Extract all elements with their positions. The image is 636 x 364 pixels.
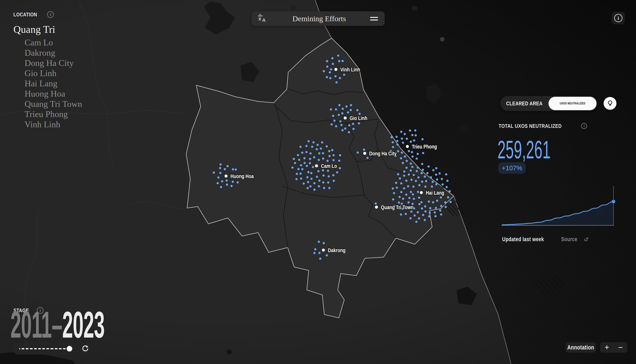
uxo-dot bbox=[318, 152, 320, 154]
uxo-dot bbox=[301, 152, 303, 154]
cluster-label: Cam Lo bbox=[321, 163, 337, 169]
uxo-dot bbox=[339, 120, 341, 122]
uxo-dot bbox=[399, 177, 401, 180]
uxo-dot bbox=[232, 168, 234, 170]
district-item[interactable]: Cam Lo bbox=[25, 38, 82, 48]
district-item[interactable]: Gio Linh bbox=[25, 68, 82, 78]
stage-slider[interactable] bbox=[14, 343, 75, 354]
uxo-dot bbox=[418, 196, 420, 199]
district-item[interactable]: Dakrong bbox=[25, 48, 82, 58]
uxo-dot bbox=[395, 182, 397, 184]
slider-tick bbox=[57, 348, 59, 350]
uxo-dot bbox=[332, 63, 334, 65]
uxo-dot bbox=[297, 154, 299, 156]
district-item[interactable]: Hai Lang bbox=[25, 78, 82, 88]
cluster-center-dot[interactable] bbox=[225, 174, 228, 178]
uxo-dot bbox=[411, 134, 413, 136]
cluster-center-dot[interactable] bbox=[406, 145, 409, 148]
slider-thumb[interactable] bbox=[67, 346, 72, 352]
uxo-dot bbox=[411, 156, 414, 158]
updated-text: Updated last week bbox=[502, 236, 544, 243]
uxo-dot bbox=[405, 180, 408, 182]
uxo-dot bbox=[414, 129, 416, 132]
uxo-dot bbox=[318, 159, 320, 161]
replay-button[interactable] bbox=[80, 343, 91, 354]
uxo-dot bbox=[408, 174, 410, 176]
uxo-dot bbox=[348, 124, 350, 126]
uxo-dot bbox=[350, 104, 352, 106]
uxo-dot bbox=[363, 149, 365, 151]
uxo-dot bbox=[445, 206, 447, 208]
cluster-center-dot[interactable] bbox=[363, 152, 366, 155]
uxo-dot bbox=[220, 164, 222, 166]
uxo-dot bbox=[405, 213, 407, 215]
uxo-dot bbox=[323, 70, 325, 72]
cluster-center-dot[interactable] bbox=[375, 206, 378, 208]
uxo-dot bbox=[344, 128, 346, 130]
uxo-dot bbox=[412, 186, 415, 188]
app-window: Vinh LinhGio LinhTrieu PhongDong Ha City… bbox=[0, 0, 636, 364]
zoom-out-button[interactable]: − bbox=[614, 344, 627, 351]
uxo-dot bbox=[434, 212, 436, 214]
uxo-dot bbox=[422, 152, 424, 154]
uxo-dot bbox=[311, 146, 313, 148]
help-button[interactable]: i bbox=[612, 12, 625, 24]
uxo-dot bbox=[327, 170, 329, 172]
district-item[interactable]: Trieu Phong bbox=[25, 109, 82, 119]
uxo-dot bbox=[406, 160, 408, 162]
cluster-label: Quang Tri Town bbox=[381, 204, 413, 210]
toggle-cleared-area[interactable]: CLEARED AREA bbox=[500, 100, 548, 107]
cluster-center-dot[interactable] bbox=[334, 68, 337, 71]
uxo-dot bbox=[328, 175, 330, 178]
uxo-dot bbox=[392, 146, 394, 148]
selected-province[interactable]: Quang Tri bbox=[14, 24, 82, 35]
district-item[interactable]: Vinh Linh bbox=[25, 119, 82, 130]
cluster-center-dot[interactable] bbox=[420, 191, 423, 194]
uxo-dot bbox=[366, 157, 369, 159]
annotation-button[interactable]: Annotation bbox=[566, 342, 596, 353]
slider-tick bbox=[62, 348, 63, 350]
source-link[interactable]: Source bbox=[561, 236, 589, 243]
uxo-dot bbox=[435, 167, 437, 169]
uxo-dot bbox=[313, 156, 315, 158]
cluster-center-dot[interactable] bbox=[315, 164, 318, 167]
uxo-dot bbox=[405, 167, 408, 169]
district-item[interactable]: Quang Tri Town bbox=[25, 99, 82, 109]
uxo-dot bbox=[230, 185, 233, 187]
uxo-dot bbox=[326, 145, 328, 148]
insight-button[interactable] bbox=[603, 97, 616, 110]
uxo-dot bbox=[410, 191, 412, 193]
uxo-dot bbox=[421, 138, 424, 140]
district-item[interactable]: Huong Hoa bbox=[25, 88, 82, 99]
uxo-dot bbox=[410, 141, 412, 143]
menu-icon[interactable] bbox=[370, 17, 378, 20]
stats-header: TOTAL UXOS NEUTRALIZED i bbox=[499, 123, 587, 129]
uxo-dot bbox=[420, 172, 423, 174]
uxo-dot bbox=[413, 214, 416, 216]
uxo-dot bbox=[331, 149, 333, 151]
uxo-dot bbox=[403, 187, 405, 190]
uxo-dot bbox=[400, 182, 402, 184]
translate-icon[interactable]: xA bbox=[258, 14, 268, 24]
uxo-dot bbox=[410, 210, 413, 213]
uxo-dot bbox=[438, 172, 441, 174]
uxo-dot bbox=[392, 141, 394, 144]
district-item[interactable]: Dong Ha City bbox=[25, 58, 82, 68]
uxo-dot bbox=[449, 201, 452, 203]
uxo-dot bbox=[428, 215, 430, 218]
info-icon[interactable]: i bbox=[581, 123, 587, 129]
uxo-dot bbox=[330, 124, 333, 126]
uxo-dot bbox=[400, 131, 402, 133]
toggle-uxos-neutralized[interactable]: UXOS NEUTRALIZED bbox=[548, 97, 596, 110]
cluster-center-dot[interactable] bbox=[344, 116, 347, 120]
info-icon[interactable]: i bbox=[47, 11, 54, 18]
zoom-in-button[interactable]: + bbox=[600, 344, 614, 351]
title-bar: xA Demining Efforts bbox=[252, 11, 385, 26]
uxo-dot bbox=[335, 81, 338, 83]
uxo-dot bbox=[421, 207, 423, 210]
cluster-center-dot[interactable] bbox=[322, 248, 325, 252]
uxo-dot bbox=[316, 148, 318, 150]
uxo-dot bbox=[323, 187, 325, 189]
uxo-dot bbox=[406, 138, 408, 140]
uxo-dot bbox=[296, 173, 298, 175]
